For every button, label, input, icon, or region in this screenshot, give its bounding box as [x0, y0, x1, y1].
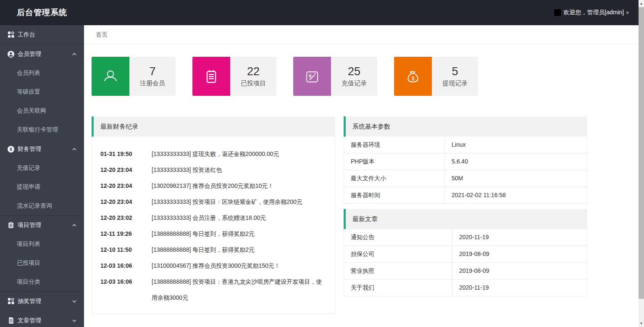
article-icon — [8, 317, 14, 324]
stat-card-invested-projects[interactable]: 22 已投项目 — [192, 57, 276, 96]
breadcrumb[interactable]: 首页 — [84, 25, 639, 44]
stat-label: 提现记录 — [442, 79, 468, 87]
finance-record: 12-20 23:02 [13333333333] 会员注册，系统赠送18.00… — [100, 210, 326, 226]
top-header: 后台管理系统 欢迎您，管理员[admin] ∨ — [0, 0, 639, 25]
nav-group-lottery: 抽奖管理 — [0, 292, 84, 311]
sidebar-item-finance-management[interactable]: ¥ 财务管理 — [0, 140, 84, 158]
nav-group-projects: 项目管理 项目列表 已投项目 项目分类 — [0, 216, 84, 292]
table-row: 最大文件大小 50M — [344, 170, 587, 187]
sidebar-item-recharge-records[interactable]: 充值记录 — [0, 158, 84, 177]
sidebar-item-level-settings[interactable]: 等级设置 — [0, 82, 84, 101]
finance-records-panel: 最新财务纪录 01-31 19:50 [13333333333] 提现失败，返还… — [92, 116, 335, 314]
chevron-down-icon — [72, 319, 76, 323]
stat-label: 已投项目 — [241, 79, 266, 87]
sidebar-item-member-network[interactable]: 会员关联网 — [0, 101, 84, 120]
sidebar-item-project-list[interactable]: 项目列表 — [0, 235, 84, 253]
stat-value: 25 — [348, 65, 360, 78]
table-row: 服务器环境 Linux — [344, 137, 587, 153]
stat-cards-row: 7 注册会员 22 已投项目 ¥ 25 充值记录 — [92, 57, 639, 96]
yuan-card-icon: ¥ — [293, 57, 331, 96]
nav-group-articles: 文章管理 — [0, 311, 84, 327]
avatar — [554, 9, 561, 16]
sidebar-item-label: 项目管理 — [18, 222, 41, 229]
article-date: 2020-11-19 — [452, 229, 496, 245]
article-title: 关于我们 — [344, 280, 452, 296]
sidebar-item-project-categories[interactable]: 项目分类 — [0, 272, 84, 291]
table-row: PHP版本 5.6.40 — [344, 153, 587, 170]
finance-record: 12-10 11:50 [13888888888] 每日签到，获得奖励2元 — [100, 242, 326, 258]
chevron-up-icon — [72, 223, 76, 227]
sidebar: 工作台 会员管理 会员列表 等级设置 会员关联网 关联银行卡管理 ¥ — [0, 25, 84, 327]
scroll-down-arrow[interactable]: ▼ — [639, 320, 644, 327]
finance-icon: ¥ — [8, 146, 14, 153]
scrollbar[interactable]: ▲ ▼ — [639, 0, 644, 327]
finance-record: 01-31 19:50 [13333333333] 提现失败，返还金额20000… — [100, 146, 326, 162]
member-icon — [8, 51, 14, 58]
welcome-text: 欢迎您，管理员[admin] — [563, 9, 624, 16]
stat-value: 7 — [149, 65, 155, 78]
article-date: 2019-08-09 — [452, 263, 496, 279]
sidebar-item-label: 会员管理 — [18, 50, 41, 58]
clipboard-icon — [192, 57, 230, 96]
sidebar-item-lottery-management[interactable]: 抽奖管理 — [0, 292, 84, 311]
article-title: 担保公司 — [344, 246, 452, 262]
table-row: 服务器时间 2021-02-02 11:16:58 — [344, 187, 587, 203]
finance-record: 12-03 16:06 [13100004567] 推荐会员投资3000元奖励1… — [100, 258, 326, 274]
stat-card-registered-members[interactable]: 7 注册会员 — [92, 57, 176, 96]
table-row: 关于我们 2020-11-19 — [344, 280, 587, 296]
chevron-down-icon — [72, 299, 76, 303]
finance-record: 12-20 23:04 [13020982137] 推荐会员投资200元奖励10… — [100, 178, 326, 194]
sidebar-item-project-management[interactable]: 项目管理 — [0, 216, 84, 235]
table-row: 担保公司 2019-08-09 — [344, 246, 587, 263]
nav-group-finance: ¥ 财务管理 充值记录 提现申请 流水记录查询 — [0, 140, 84, 216]
sidebar-item-label: 财务管理 — [18, 145, 41, 153]
sidebar-item-label: 工作台 — [18, 31, 35, 39]
lottery-icon — [8, 298, 14, 305]
sidebar-item-label: 文章管理 — [18, 317, 41, 324]
sidebar-item-member-management[interactable]: 会员管理 — [0, 45, 84, 63]
panel-title: 最新财务纪录 — [92, 116, 335, 137]
user-icon — [92, 57, 129, 96]
panel-title: 最新文章 — [344, 209, 587, 229]
sidebar-item-bank-card-management[interactable]: 关联银行卡管理 — [0, 120, 84, 139]
stat-value: 22 — [247, 65, 260, 78]
nav-group-workbench: 工作台 — [0, 25, 84, 45]
sidebar-item-workbench[interactable]: 工作台 — [0, 25, 84, 44]
scroll-up-arrow[interactable]: ▲ — [639, 0, 644, 7]
finance-record: 12-20 23:04 [13333333333] 投资送红包 — [100, 162, 326, 178]
article-title: 通知公告 — [344, 229, 452, 245]
sidebar-item-article-management[interactable]: 文章管理 — [0, 311, 84, 327]
article-title: 营业执照 — [344, 263, 452, 279]
stat-card-recharge-records[interactable]: ¥ 25 充值记录 — [293, 57, 377, 96]
article-date: 2019-08-09 — [452, 246, 496, 262]
system-params-panel: 系统基本参数 服务器环境 Linux PHP版本 5.6.40 最大文件大小 5 — [344, 116, 587, 204]
finance-records-list: 01-31 19:50 [13333333333] 提现失败，返还金额20000… — [92, 137, 335, 313]
console-icon — [8, 32, 14, 38]
latest-articles-panel: 最新文章 通知公告 2020-11-19 担保公司 2019-08-09 营业执… — [344, 209, 587, 296]
sidebar-item-invested-projects[interactable]: 已投项目 — [0, 253, 84, 272]
sidebar-item-member-list[interactable]: 会员列表 — [0, 63, 84, 82]
table-row: 营业执照 2019-08-09 — [344, 263, 587, 280]
chevron-up-icon — [72, 147, 76, 151]
chevron-down-icon: ∨ — [626, 10, 629, 15]
project-icon — [8, 222, 14, 229]
right-column: 系统基本参数 服务器环境 Linux PHP版本 5.6.40 最大文件大小 5 — [344, 116, 587, 296]
stat-label: 注册会员 — [140, 79, 165, 87]
finance-record: 12-03 16:06 [13888888888] 投资项目：香港九龙尖沙咀房产… — [100, 274, 326, 306]
finance-record: 12-11 19:26 [13888888888] 每日签到，获得奖励2元 — [100, 226, 326, 242]
sidebar-item-transaction-query[interactable]: 流水记录查询 — [0, 196, 84, 215]
main-area: 首页 7 注册会员 22 已投项目 — [84, 25, 639, 327]
svg-text:$: $ — [412, 75, 415, 81]
money-bag-icon: $ — [394, 57, 432, 96]
user-menu[interactable]: 欢迎您，管理员[admin] ∨ — [554, 9, 629, 16]
panels-row: 最新财务纪录 01-31 19:50 [13333333333] 提现失败，返还… — [92, 116, 639, 314]
sidebar-item-withdraw-requests[interactable]: 提现申请 — [0, 177, 84, 196]
article-date: 2020-11-19 — [452, 280, 496, 296]
dashboard-content: 7 注册会员 22 已投项目 ¥ 25 充值记录 — [84, 44, 639, 314]
stat-label: 充值记录 — [342, 79, 367, 87]
app-title: 后台管理系统 — [17, 7, 67, 18]
stat-value: 5 — [452, 65, 458, 78]
stat-card-withdraw-records[interactable]: $ 5 提现记录 — [394, 57, 478, 96]
finance-record: 12-20 23:04 [13333333333] 投资项目：区块链紫金矿，使用… — [100, 194, 326, 210]
scrollbar-thumb[interactable] — [639, 7, 644, 299]
